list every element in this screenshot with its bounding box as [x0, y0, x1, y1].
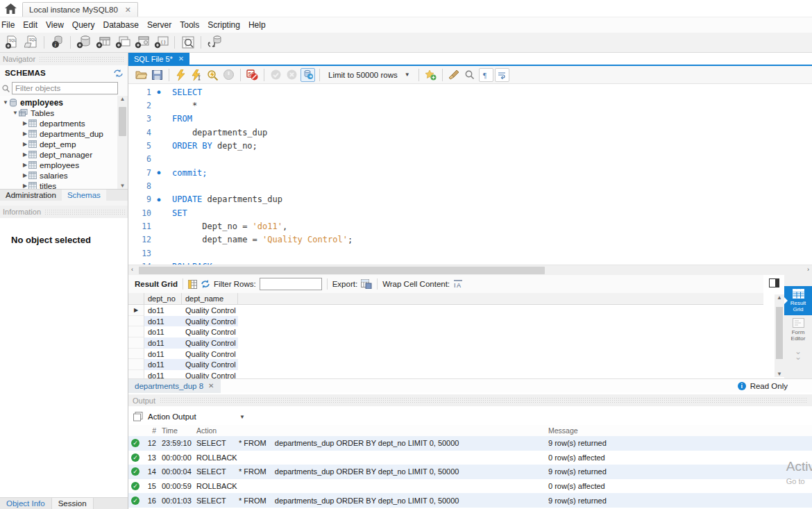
cell-dept-name[interactable]: Quality Control [182, 337, 238, 349]
column-header-dept-name[interactable]: dept_name [182, 293, 238, 304]
tree-item-departments-dup[interactable]: ▶departments_dup [0, 128, 117, 139]
expand-arrow-icon[interactable]: ▶ [22, 183, 28, 189]
code-line-13[interactable]: 13 [128, 247, 812, 260]
menu-database[interactable]: Database [99, 20, 143, 30]
cell-dept-no[interactable]: do11 [144, 359, 182, 370]
expand-arrow-icon[interactable]: ▶ [22, 151, 28, 158]
open-sql-file-icon[interactable]: SQL [22, 34, 40, 51]
code-line-2[interactable]: 2 * [128, 99, 812, 112]
cell-dept-name[interactable]: Quality Control [182, 316, 238, 327]
expand-arrow-icon[interactable]: ▶ [22, 172, 28, 178]
code-line-7[interactable]: 7●commit; [128, 166, 812, 179]
result-set-tab[interactable]: departments_dup 8 ✕ [128, 379, 221, 393]
expand-arrow-icon[interactable]: ▶ [22, 162, 28, 168]
code-line-4[interactable]: 4 departments_dup [128, 126, 812, 139]
hscroll-thumb[interactable] [139, 267, 545, 274]
cell-dept-name[interactable]: Quality Control [182, 305, 238, 316]
search-table-data-icon[interactable] [178, 34, 197, 51]
expand-arrow-icon[interactable]: ▶ [22, 131, 28, 137]
panel-expand-chevron-icon[interactable]: ⌄⌄ [795, 349, 802, 360]
export-icon[interactable] [361, 279, 372, 289]
result-row[interactable]: do11Quality Control [128, 349, 763, 360]
code-line-5[interactable]: 5ORDER BY dept_no; [128, 139, 812, 152]
cell-dept-no[interactable]: do11 [144, 316, 182, 327]
expand-arrow-icon[interactable]: ▶ [22, 141, 28, 147]
sql-file-tab-close-icon[interactable]: ✕ [178, 55, 184, 62]
tree-item-dept-emp[interactable]: ▶dept_emp [0, 139, 117, 149]
filter-rows-input[interactable] [260, 278, 322, 290]
menu-server[interactable]: Server [143, 20, 176, 30]
connection-tab-close-icon[interactable]: ✕ [125, 6, 131, 15]
result-row[interactable]: do11Quality Control [128, 359, 763, 370]
cell-dept-name[interactable]: Quality Control [182, 359, 238, 370]
collapse-arrow-icon[interactable]: ▼ [12, 110, 19, 116]
create-table-icon[interactable] [94, 34, 112, 51]
tree-scrollbar[interactable]: ▲▼ [117, 96, 128, 189]
cell-dept-no[interactable]: do11 [144, 305, 182, 316]
row-header[interactable] [128, 316, 144, 327]
hscroll-left-arrow-icon[interactable]: ‹ [131, 266, 133, 273]
cell-dept-no[interactable]: do11 [144, 337, 182, 349]
filter-objects-input[interactable]: Filter objects [12, 82, 118, 94]
sql-editor[interactable]: 1●SELECT2 *3FROM4 departments_dup5ORDER … [128, 84, 812, 265]
row-header[interactable] [128, 349, 144, 360]
row-header[interactable]: ▶ [128, 305, 144, 316]
wrap-cell-content-icon[interactable]: IA [453, 280, 463, 288]
tab-schemas[interactable]: Schemas [62, 190, 106, 201]
tree-item-employees[interactable]: ▶employees [0, 160, 117, 170]
output-row[interactable]: ✓1600:01:03SELECT * FROM departments_dup… [128, 493, 812, 508]
result-row[interactable]: do11Quality Control [128, 370, 763, 378]
menu-help[interactable]: Help [244, 20, 270, 30]
code-line-9[interactable]: 9●UPDATE departments_dup [128, 193, 812, 206]
invisible-chars-icon[interactable]: ¶ [479, 68, 493, 82]
cell-dept-no[interactable]: do11 [144, 370, 182, 378]
code-line-6[interactable]: 6 [128, 153, 812, 166]
output-row[interactable]: ✓1300:00:00ROLLBACK0 row(s) affected [128, 451, 812, 465]
save-snippet-icon[interactable] [423, 68, 438, 82]
tree-item-titles[interactable]: ▶titles [0, 181, 117, 189]
tree-item-salaries[interactable]: ▶salaries [0, 170, 117, 181]
connection-tab[interactable]: Local instance MySQL80 ✕ [22, 2, 138, 17]
find-icon[interactable] [463, 68, 477, 82]
menu-scripting[interactable]: Scripting [203, 20, 244, 30]
row-header[interactable] [128, 359, 144, 370]
cell-dept-name[interactable]: Quality Control [182, 370, 238, 378]
row-header[interactable] [128, 326, 144, 337]
menu-file[interactable]: File [0, 20, 19, 30]
output-row[interactable]: ✓1500:00:59ROLLBACK0 row(s) affected [128, 479, 812, 494]
hscroll-right-arrow-icon[interactable]: › [807, 266, 809, 273]
tree-item-employees[interactable]: ▼employees [0, 97, 117, 108]
tree-item-dept-manager[interactable]: ▶dept_manager [0, 149, 117, 160]
cell-dept-name[interactable]: Quality Control [182, 326, 238, 337]
cell-dept-name[interactable]: Quality Control [182, 349, 238, 360]
column-header-dept-no[interactable]: dept_no [144, 293, 182, 304]
grid-view-icon[interactable] [188, 280, 197, 289]
execute-current-statement-icon[interactable] [189, 68, 204, 82]
row-header[interactable] [128, 337, 144, 349]
toggle-stop-on-error-icon[interactable]: SQ [245, 68, 260, 82]
explain-plan-icon[interactable] [205, 68, 220, 82]
code-line-10[interactable]: 10SET [128, 206, 812, 219]
output-row[interactable]: ✓1223:59:10SELECT * FROM departments_dup… [128, 436, 812, 451]
limit-rows-dropdown[interactable]: Limit to 50000 rows ▼ [324, 68, 414, 82]
toggle-autocommit-icon[interactable] [301, 68, 315, 82]
grid-vscrollbar[interactable]: ▲▼ [775, 294, 784, 377]
cell-dept-no[interactable]: do11 [144, 326, 182, 337]
create-schema-icon[interactable] [74, 34, 93, 51]
save-icon[interactable] [150, 68, 164, 82]
expand-arrow-icon[interactable]: ▶ [22, 120, 28, 126]
result-row[interactable]: do11Quality Control [128, 326, 763, 337]
collapse-arrow-icon[interactable]: ▼ [2, 99, 9, 106]
menu-query[interactable]: Query [68, 20, 99, 30]
home-tab-button[interactable] [0, 0, 21, 17]
editor-hscrollbar[interactable]: ‹ › [128, 265, 812, 275]
cell-dept-no[interactable]: do11 [144, 349, 182, 360]
reconnect-dbms-icon[interactable] [205, 34, 223, 51]
tree-item-departments[interactable]: ▶departments [0, 118, 117, 128]
result-row[interactable]: do11Quality Control [128, 316, 763, 327]
code-line-3[interactable]: 3FROM [128, 112, 812, 126]
output-row[interactable]: ✓1400:00:04SELECT * FROM departments_dup… [128, 465, 812, 479]
output-type-dropdown[interactable]: Action Output ▼ [148, 412, 245, 421]
create-procedure-icon[interactable] [133, 34, 151, 51]
result-row[interactable]: do11Quality Control [128, 337, 763, 349]
